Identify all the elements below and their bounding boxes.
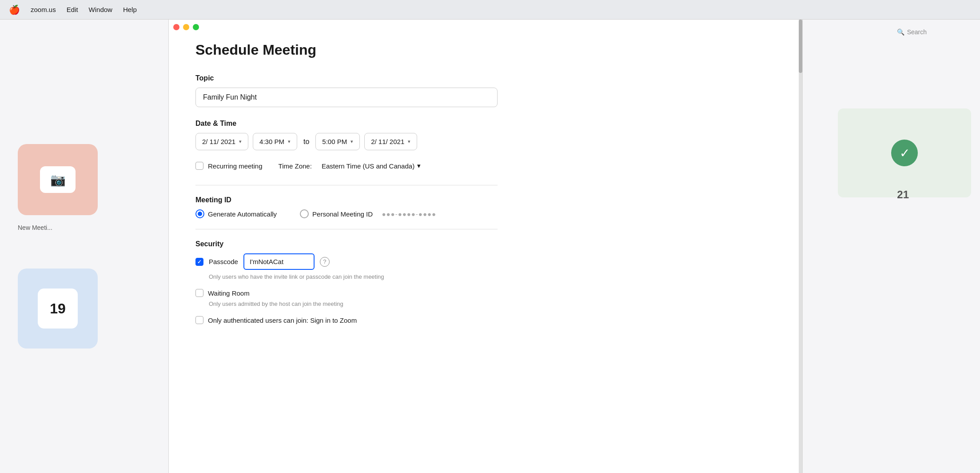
- waiting-room-checkbox-row: Waiting Room: [195, 289, 498, 297]
- recurring-row: Recurring meeting Time Zone: Eastern Tim…: [195, 159, 498, 172]
- personal-id-option[interactable]: Personal Meeting ID ●●●-●●●●-●●●●: [300, 209, 436, 218]
- start-date-value: 2/ 11/ 2021: [202, 138, 235, 145]
- chevron-down-icon: ▾: [351, 139, 353, 144]
- menu-help[interactable]: Help: [123, 6, 137, 13]
- auth-row: Only authenticated users can join: Sign …: [195, 316, 498, 324]
- chevron-down-icon: ▾: [239, 139, 242, 144]
- start-time-dropdown[interactable]: 4:30 PM ▾: [253, 133, 297, 150]
- security-label: Security: [195, 240, 498, 248]
- end-date-dropdown[interactable]: 2/ 11/ 2021 ▾: [364, 133, 417, 150]
- personal-id-value: ●●●-●●●●-●●●●: [382, 210, 436, 218]
- topic-input[interactable]: [195, 88, 498, 107]
- search-text: Search: [907, 28, 927, 36]
- topic-label: Topic: [195, 74, 498, 82]
- passcode-input[interactable]: [243, 253, 315, 270]
- divider-2: [195, 229, 498, 229]
- generate-auto-radio[interactable]: [195, 209, 204, 218]
- maximize-button[interactable]: [193, 24, 199, 30]
- app-name: zoom.us: [31, 6, 56, 13]
- calendar-icon: 19: [38, 289, 78, 329]
- passcode-checkbox[interactable]: ✓: [195, 258, 203, 266]
- datetime-label: Date & Time: [195, 120, 498, 128]
- waiting-room-row: Waiting Room: [195, 289, 498, 297]
- help-icon[interactable]: ?: [320, 257, 330, 267]
- security-section: Security ✓ Passcode ? Only users who hav…: [195, 240, 498, 324]
- badge-number: 21: [897, 188, 909, 201]
- search-icon: 🔍: [897, 28, 904, 36]
- meeting-id-section: Meeting ID Generate Automatically Person…: [195, 196, 498, 218]
- meeting-id-label: Meeting ID: [195, 196, 498, 204]
- thumbnail: ✓: [838, 108, 971, 197]
- close-button[interactable]: [173, 24, 179, 30]
- passcode-row: ✓ Passcode ?: [195, 253, 498, 270]
- end-time-value: 5:00 PM: [322, 138, 347, 145]
- calendar-num: 19: [50, 301, 66, 317]
- chevron-down-icon: ▾: [408, 139, 410, 144]
- scrollbar-thumb[interactable]: [799, 20, 802, 73]
- generate-auto-option[interactable]: Generate Automatically: [195, 209, 277, 218]
- chevron-down-icon: ▾: [288, 139, 291, 144]
- timezone-dropdown[interactable]: Eastern Time (US and Canada) ▾: [316, 159, 426, 172]
- modal-content: Schedule Meeting Topic Date & Time 2/ 11…: [169, 20, 524, 355]
- scrollbar[interactable]: [799, 20, 802, 473]
- auth-checkbox[interactable]: [195, 316, 203, 324]
- start-time-value: 4:30 PM: [259, 138, 284, 145]
- waiting-room-checkbox[interactable]: [195, 289, 203, 297]
- new-meeting-label: New Meeti...: [18, 224, 52, 231]
- start-date-dropdown[interactable]: 2/ 11/ 2021 ▾: [195, 133, 248, 150]
- waiting-room-hint: Only users admitted by the host can join…: [209, 301, 498, 307]
- menu-edit[interactable]: Edit: [67, 6, 78, 13]
- datetime-row: 2/ 11/ 2021 ▾ 4:30 PM ▾ to 5:00 PM ▾ 2/ …: [195, 133, 498, 150]
- minimize-button[interactable]: [183, 24, 189, 30]
- menu-window[interactable]: Window: [89, 6, 112, 13]
- end-date-value: 2/ 11/ 2021: [371, 138, 404, 145]
- checkmark-icon: ✓: [891, 140, 918, 166]
- right-panel: 🔍 Search ✓ 21: [802, 20, 980, 473]
- to-label: to: [302, 138, 311, 146]
- personal-id-label: Personal Meeting ID: [312, 210, 373, 218]
- left-panel: 📷 New Meeti... 19: [0, 20, 169, 473]
- calendar-card[interactable]: 19: [18, 269, 98, 349]
- modal-overlay: Schedule Meeting Topic Date & Time 2/ 11…: [169, 20, 799, 473]
- end-time-dropdown[interactable]: 5:00 PM ▾: [315, 133, 360, 150]
- page-title: Schedule Meeting: [195, 42, 498, 58]
- waiting-room-label: Waiting Room: [208, 289, 250, 297]
- search-bar[interactable]: 🔍 Search: [897, 28, 927, 36]
- recurring-checkbox[interactable]: [195, 162, 203, 170]
- timezone-value: Eastern Time (US and Canada): [322, 162, 414, 170]
- window-controls: [173, 24, 199, 30]
- zoom-app-card[interactable]: 📷: [18, 144, 98, 215]
- chevron-down-icon: ▾: [417, 162, 421, 170]
- personal-id-radio[interactable]: [300, 209, 309, 218]
- recurring-label: Recurring meeting: [208, 162, 263, 170]
- recurring-checkbox-row: Recurring meeting: [195, 162, 263, 170]
- zoom-camera-icon: 📷: [40, 166, 76, 193]
- timezone-row: Time Zone: Eastern Time (US and Canada) …: [279, 159, 426, 172]
- timezone-label: Time Zone:: [279, 162, 312, 170]
- meeting-id-options: Generate Automatically Personal Meeting …: [195, 209, 498, 218]
- auth-label: Only authenticated users can join: Sign …: [208, 317, 357, 324]
- menubar: 🍎 zoom.us Edit Window Help: [0, 0, 980, 20]
- generate-auto-label: Generate Automatically: [208, 210, 277, 218]
- passcode-label: Passcode: [209, 258, 238, 265]
- passcode-hint: Only users who have the invite link or p…: [209, 273, 498, 280]
- divider-1: [195, 185, 498, 185]
- apple-menu[interactable]: 🍎: [9, 4, 20, 15]
